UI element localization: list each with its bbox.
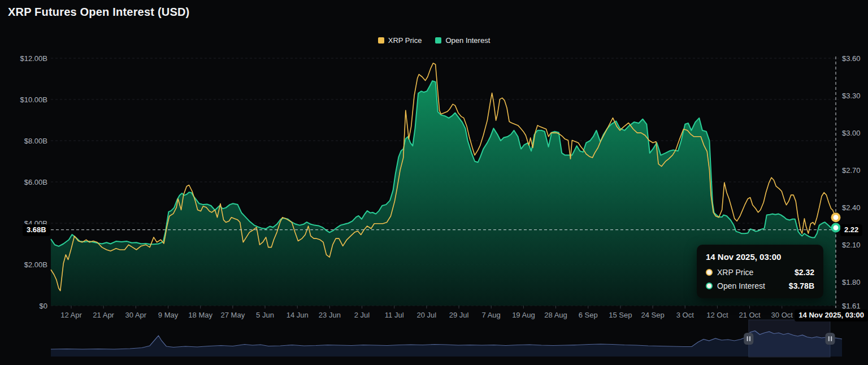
x-axis-label: 14 Jun (287, 311, 309, 319)
y-axis-label-right: $2.40 (842, 203, 861, 212)
tooltip-row-open-interest: Open Interest $3.78B (706, 281, 814, 290)
navigator-handle-left[interactable] (744, 333, 753, 345)
x-axis-label: 30 Apr (125, 311, 147, 319)
navigator-selection[interactable] (749, 320, 830, 357)
range-navigator[interactable] (51, 320, 842, 357)
x-axis-label: 19 Aug (512, 311, 535, 319)
y-axis-label-right: $2.10 (842, 241, 861, 249)
price-end-dot (832, 214, 840, 221)
tooltip-title: 14 Nov 2025, 03:00 (706, 252, 814, 262)
y-axis-label-left: $6.00B (24, 178, 47, 186)
tooltip-value-xrp-price: $2.32 (795, 268, 814, 277)
y-axis-label-right: $1.80 (842, 278, 861, 286)
crosshair-right-badge: 2.22 (840, 224, 862, 236)
navigator-area (51, 331, 842, 357)
tooltip-value-open-interest: $3.78B (789, 281, 814, 290)
chart-app: XRP Futures Open Interest (USD) XRP Pric… (0, 0, 868, 365)
y-axis-label-right: $2.70 (842, 166, 861, 175)
y-axis-label-left: $10.00B (20, 95, 47, 104)
x-axis-label: 28 Aug (544, 311, 567, 319)
y-axis-label-right: $1.61 (842, 302, 861, 310)
y-axis-label-left: $8.00B (24, 137, 47, 145)
x-axis-label: 27 May (221, 311, 245, 319)
crosshair-date-badge: 14 Nov 2025, 03:00 (795, 310, 868, 321)
x-axis-label: 2 Jul (354, 311, 370, 319)
y-axis-label-left: $2.00B (24, 260, 47, 269)
xrp-price-dot-icon (706, 269, 713, 276)
tooltip-label-open-interest: Open Interest (717, 281, 765, 290)
x-axis-label: 15 Sep (609, 311, 632, 319)
y-axis-label-right: $3.60 (842, 54, 861, 63)
crosshair-left-badge: 3.68B (23, 224, 50, 236)
y-axis-label-right: $3.30 (842, 92, 861, 100)
tooltip-label-xrp-price: XRP Price (717, 268, 753, 277)
y-axis-label-left: $0 (40, 302, 47, 310)
x-axis-label: 3 Oct (676, 311, 694, 319)
x-axis-label: 23 Jun (319, 311, 341, 319)
x-axis-label: 29 Jul (449, 311, 469, 319)
x-axis-label: 24 Sep (641, 311, 664, 319)
x-axis-label: 6 Sep (579, 311, 598, 319)
main-chart[interactable]: $12.00B$10.00B$8.00B$6.00B$4.00B$2.00B$0… (0, 0, 868, 365)
x-axis-label: 12 Oct (706, 311, 728, 319)
x-axis-label: 11 Jul (385, 311, 404, 319)
x-axis-label: 21 Apr (93, 311, 114, 319)
x-axis-label: 7 Aug (482, 311, 501, 319)
tooltip-row-xrp-price: XRP Price $2.32 (706, 268, 814, 277)
x-axis-label: 30 Oct (771, 311, 793, 319)
y-axis-label-left: $12.00B (20, 54, 47, 63)
x-axis-label: 20 Jul (417, 311, 437, 319)
x-axis-label: 21 Oct (739, 311, 761, 319)
x-axis-label: 12 Apr (60, 311, 82, 319)
navigator-handle-right[interactable] (826, 333, 835, 345)
tooltip: 14 Nov 2025, 03:00 XRP Price $2.32 Open … (697, 245, 823, 298)
oi-end-dot (832, 224, 840, 232)
open-interest-dot-icon (706, 283, 713, 289)
x-axis-label: 5 Jun (256, 311, 274, 319)
x-axis-label: 9 May (158, 311, 179, 319)
x-axis-label: 18 May (188, 311, 212, 319)
y-axis-label-right: $3.00 (842, 129, 861, 137)
